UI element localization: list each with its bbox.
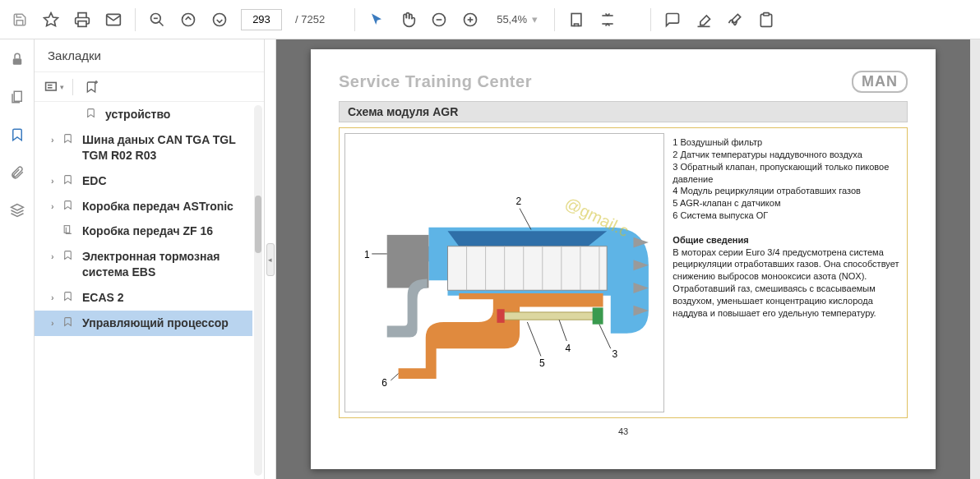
svg-rect-19 [14, 91, 21, 101]
sidebar-tools: ▾ [35, 72, 264, 102]
chevron-right-icon[interactable]: › [51, 200, 62, 214]
document-page: Service Training Center MAN Схема модуля… [311, 49, 936, 469]
bookmarks-sidebar: Закладки ▾ устройство›Шина даных CAN TGA… [35, 39, 265, 479]
clipboard-icon[interactable] [753, 7, 779, 33]
scroll-thumb[interactable] [255, 196, 261, 253]
collapse-handle[interactable]: ◂ [265, 39, 276, 479]
bookmark-icon [62, 199, 77, 214]
svg-rect-39 [593, 307, 603, 324]
callout-4: 4 [565, 343, 571, 354]
bookmark-item[interactable]: ›EDC [35, 168, 252, 194]
chevron-right-icon[interactable] [51, 225, 62, 239]
svg-line-48 [527, 322, 541, 356]
chevron-right-icon[interactable]: › [51, 175, 62, 189]
highlight-icon[interactable] [691, 7, 717, 33]
sidebar-scrollbar[interactable] [254, 105, 262, 476]
legend-item: 5 AGR-клапан с датчиком [673, 197, 900, 210]
zoom-out-find-icon[interactable] [144, 7, 170, 33]
bookmark-item[interactable]: ›Электронная тормозная система EBS [35, 244, 252, 285]
svg-marker-0 [44, 12, 58, 25]
document-viewer[interactable]: Service Training Center MAN Схема модуля… [276, 39, 970, 479]
page-up-icon[interactable] [175, 7, 201, 33]
svg-rect-27 [447, 246, 607, 290]
svg-rect-37 [501, 312, 595, 320]
bookmark-label: Коробка передач ZF 16 [82, 223, 246, 239]
layers-icon[interactable] [6, 199, 29, 222]
bookmark-item[interactable]: ›ECAS 2 [35, 285, 252, 311]
callout-2: 2 [515, 196, 521, 207]
bookmark-label: устройство [105, 107, 246, 122]
pointer-icon[interactable] [363, 7, 390, 33]
legend-item: 1 Воздушный фильтр [673, 136, 900, 149]
chevron-right-icon[interactable] [74, 108, 86, 122]
zoom-in-icon[interactable] [457, 7, 483, 33]
legend-item: 6 Система выпуска ОГ [673, 210, 900, 222]
hand-icon[interactable] [395, 7, 421, 33]
chevron-right-icon[interactable]: › [51, 292, 62, 306]
bookmark-icon [62, 223, 77, 239]
zoom-out-icon[interactable] [426, 7, 452, 33]
options-icon[interactable]: ▾ [44, 77, 64, 97]
svg-line-46 [599, 325, 611, 349]
separator [650, 8, 651, 31]
pages-icon[interactable] [6, 85, 29, 108]
bookmark-rail-icon[interactable] [6, 123, 29, 146]
scroll-mode-icon[interactable] [594, 7, 621, 33]
page-total-label: / 7252 [295, 13, 325, 25]
page-number-input[interactable] [241, 9, 282, 30]
left-rail [0, 39, 35, 479]
fit-width-icon[interactable] [563, 7, 589, 33]
bookmark-icon [62, 173, 77, 189]
bookmark-list: устройство›Шина даных CAN TGA TGL TGM R0… [35, 102, 252, 479]
svg-rect-26 [64, 226, 70, 233]
svg-marker-20 [11, 205, 23, 211]
callout-3: 3 [612, 348, 618, 360]
man-logo: MAN [852, 71, 908, 93]
svg-point-6 [183, 13, 195, 25]
svg-line-47 [559, 320, 566, 341]
svg-rect-21 [46, 82, 57, 90]
bookmark-icon [62, 249, 77, 280]
mail-icon[interactable] [100, 7, 127, 33]
top-toolbar: / 7252 55,4%▾ [0, 0, 980, 39]
comment-icon[interactable] [659, 7, 686, 33]
print-icon[interactable] [69, 7, 95, 33]
viewer-scrollbar[interactable] [970, 39, 980, 479]
bookmark-item[interactable]: ›Коробка передач ASTronic [35, 194, 252, 219]
svg-line-49 [391, 374, 398, 380]
bookmark-item[interactable]: Коробка передач ZF 16 [35, 219, 252, 244]
svg-point-7 [214, 13, 226, 25]
diagram: 1 2 3 4 5 6 @gmail.c [344, 133, 664, 412]
bookmark-label: Коробка передач ASTronic [82, 199, 246, 214]
bookmark-icon [62, 290, 77, 306]
lock-icon[interactable] [6, 48, 29, 71]
legend: 1 Воздушный фильтр2 Датчик температуры н… [671, 133, 902, 412]
chevron-right-icon[interactable]: › [51, 251, 62, 280]
svg-line-4 [159, 21, 164, 25]
sign-icon[interactable] [722, 7, 748, 33]
bookmark-label: Шина даных CAN TGA TGL TGM R02 R03 [82, 132, 246, 164]
bookmark-icon [62, 315, 77, 331]
save-icon[interactable] [7, 7, 33, 33]
legend-body: В моторах серии Euro 3/4 предусмотрена с… [673, 247, 899, 318]
chevron-right-icon[interactable]: › [51, 317, 62, 331]
bookmark-label: ECAS 2 [82, 290, 246, 306]
bookmark-label: EDC [82, 173, 246, 189]
attachment-icon[interactable] [6, 161, 29, 184]
bookmark-label: Электронная тормозная система EBS [82, 249, 246, 280]
bookmark-icon [86, 107, 100, 122]
section-title: Схема модуля AGR [339, 101, 908, 122]
separator [554, 8, 555, 31]
bookmark-item[interactable]: ›Управляющий процессор [35, 311, 252, 336]
zoom-level[interactable]: 55,4%▾ [488, 13, 546, 25]
bookmark-item[interactable]: ›Шина даных CAN TGA TGL TGM R02 R03 [35, 127, 252, 168]
legend-item: 3 Обратный клапан, пропускающий только п… [673, 161, 900, 186]
chevron-right-icon[interactable]: › [51, 134, 62, 164]
add-bookmark-icon[interactable] [81, 77, 101, 97]
legend-item: 4 Модуль рециркуляции отработавших газов [673, 185, 900, 197]
page-down-icon[interactable] [206, 7, 233, 33]
bookmark-item[interactable]: устройство [35, 102, 252, 127]
sidebar-title: Закладки [35, 39, 264, 72]
separator [135, 8, 136, 31]
star-icon[interactable] [38, 7, 64, 33]
